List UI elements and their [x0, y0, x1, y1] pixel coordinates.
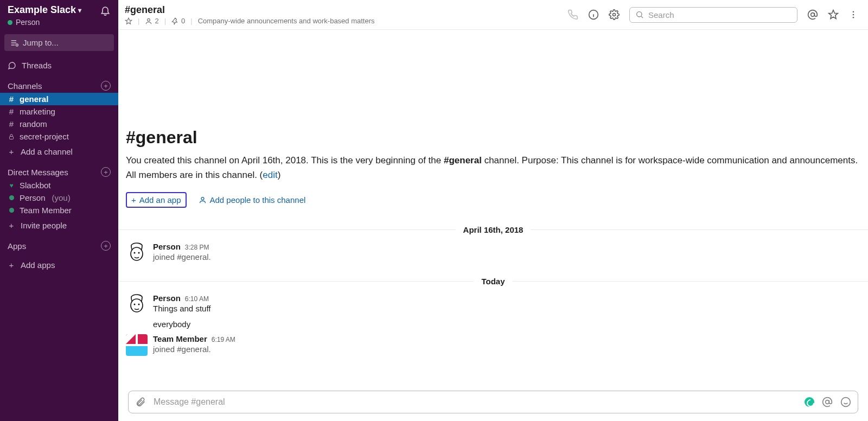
notifications-bell-icon[interactable] [100, 5, 111, 16]
svg-point-5 [637, 12, 642, 17]
channel-label: general [20, 94, 48, 104]
add-an-app-link[interactable]: + Add an app [126, 192, 187, 208]
current-user[interactable]: Person [0, 18, 118, 32]
message-time: 3:28 PM [185, 244, 209, 251]
dm-label: Team Member [20, 206, 72, 215]
emoji-smile-icon[interactable] [840, 397, 851, 407]
composer-input[interactable] [154, 397, 797, 407]
add-dm-plus-icon[interactable]: + [101, 167, 111, 177]
search-icon [635, 10, 644, 19]
svg-rect-20 [138, 334, 148, 344]
channel-random[interactable]: # random [0, 118, 118, 130]
star-icon[interactable] [125, 17, 132, 25]
add-people-label: Add people to this channel [210, 195, 306, 205]
edit-link[interactable]: edit [263, 170, 277, 180]
presence-dot-icon [8, 208, 15, 213]
threads-icon [8, 61, 16, 70]
jump-label: Jump to... [23, 38, 59, 47]
dm-label: Person [20, 193, 46, 202]
svg-rect-21 [126, 346, 148, 356]
chevron-down-icon: ▾ [78, 7, 81, 14]
settings-gear-icon[interactable] [609, 9, 620, 20]
avatar [126, 334, 148, 356]
dm-label: Slackbot [20, 181, 51, 190]
mentions-at-icon[interactable] [807, 9, 818, 20]
dm-you-suffix: (you) [52, 193, 71, 202]
message-author: Person [153, 294, 181, 303]
member-count[interactable]: 2 [145, 17, 158, 25]
channel-topic[interactable]: Company-wide announcements and work-base… [198, 17, 375, 25]
add-channel-plus-icon[interactable]: + [101, 81, 111, 91]
threads-link[interactable]: Threads [0, 58, 118, 78]
avatar [126, 294, 148, 315]
channel-label: secret-project [20, 132, 69, 141]
hash-icon: # [8, 107, 15, 116]
svg-point-2 [148, 18, 150, 21]
dm-person-you[interactable]: Person (you) [0, 192, 118, 204]
current-user-name: Person [16, 18, 40, 27]
svg-point-4 [613, 14, 616, 16]
person-icon [145, 17, 152, 25]
message-time: 6:19 AM [212, 336, 235, 343]
message-author: Team Member [153, 334, 207, 343]
dm-team-member[interactable]: Team Member [0, 204, 118, 216]
channel-secret-project[interactable]: secret-project [0, 130, 118, 143]
add-apps-label: Add apps [21, 260, 55, 270]
sidebar: Example Slack ▾ Person Jump to... Thread… [0, 0, 118, 421]
message-row[interactable]: Person 3:28 PM joined #general. [118, 238, 868, 267]
svg-rect-1 [10, 136, 14, 139]
dms-heading: Direct Messages [8, 168, 68, 177]
message-text: joined #general. [153, 252, 858, 261]
apps-heading: Apps [8, 241, 26, 251]
jump-to[interactable]: Jump to... [4, 34, 114, 51]
add-app-label: Add an app [139, 195, 181, 205]
phone-icon[interactable] [567, 9, 578, 20]
person-icon [199, 196, 207, 204]
message-text: Things and stuff [153, 304, 858, 313]
message-continuation[interactable]: everybody [118, 318, 868, 330]
add-channel-link[interactable]: + Add a channel [0, 143, 118, 164]
star-outline-icon[interactable] [828, 9, 839, 20]
divider-date: April 16th, 2018 [456, 225, 531, 234]
lock-icon [8, 133, 15, 140]
grammarly-icon[interactable] [805, 397, 814, 407]
message-text: joined #general. [153, 345, 858, 354]
hash-icon: # [8, 94, 15, 104]
message-row[interactable]: Person 6:10 AM Things and stuff [118, 289, 868, 318]
plus-icon: + [8, 260, 15, 270]
channel-intro: #general You created this channel on Apr… [118, 127, 868, 215]
invite-people-link[interactable]: + Invite people [0, 216, 118, 238]
attachment-paperclip-icon[interactable] [135, 397, 146, 407]
add-people-link[interactable]: Add people to this channel [194, 193, 310, 207]
pin-count[interactable]: 0 [171, 17, 185, 25]
avatar [126, 242, 148, 264]
svg-point-13 [134, 252, 136, 254]
presence-dot-icon [8, 20, 12, 25]
plus-icon: + [131, 195, 136, 205]
channel-title: #general [125, 4, 375, 16]
message-composer[interactable] [128, 391, 858, 413]
svg-point-12 [131, 247, 143, 260]
hash-icon: # [8, 119, 15, 129]
mention-at-icon[interactable] [822, 397, 833, 407]
svg-point-8 [853, 14, 854, 16]
channel-marketing[interactable]: # marketing [0, 105, 118, 118]
svg-point-7 [853, 11, 854, 12]
more-vertical-icon[interactable] [848, 10, 858, 20]
invite-label: Invite people [21, 221, 67, 230]
add-app-plus-icon[interactable]: + [101, 241, 111, 251]
heart-icon: ♥ [8, 182, 15, 189]
workspace-switcher[interactable]: Example Slack ▾ [8, 4, 81, 16]
search-box[interactable] [629, 7, 797, 23]
jump-icon [10, 39, 18, 47]
channel-general[interactable]: # general [0, 93, 118, 105]
info-icon[interactable] [588, 9, 599, 20]
pin-icon [171, 17, 179, 25]
main-pane: #general | 2 | 0 | Com [118, 0, 868, 421]
message-row[interactable]: Team Member 6:19 AM joined #general. [118, 330, 868, 359]
dm-slackbot[interactable]: ♥ Slackbot [0, 179, 118, 192]
svg-point-0 [16, 44, 18, 46]
add-apps-link[interactable]: + Add apps [0, 253, 118, 277]
date-divider: Today [118, 277, 868, 286]
search-input[interactable] [648, 10, 792, 20]
